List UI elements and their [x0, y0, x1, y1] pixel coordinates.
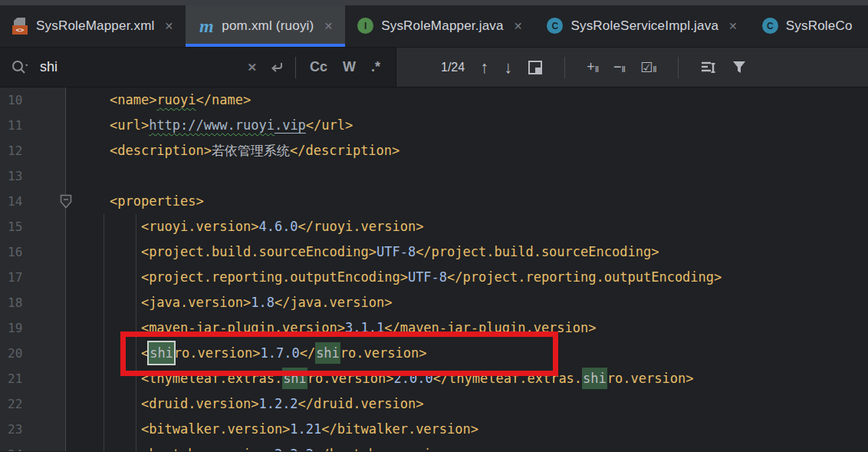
annotation-red-rectangle [120, 332, 558, 376]
filter-icon[interactable] [732, 61, 746, 74]
add-occurrence-icon[interactable]: +Ⅱ [587, 59, 598, 75]
code-line-12[interactable]: <description>若依管理系统</description> [67, 138, 868, 163]
tab-sysrolemapper-java[interactable]: I SysRoleMapper.java ✕ [345, 5, 534, 47]
line-number: 12 [8, 138, 46, 163]
remove-occurrence-icon[interactable]: −Ⅱ [613, 59, 625, 75]
code-segment: http://www.ruoyi [149, 117, 275, 133]
code-segment: <bitwalker.version> [141, 421, 290, 437]
code-line-17[interactable]: <project.reporting.outputEncoding>UTF-8<… [67, 265, 868, 290]
line-number: 16 [8, 239, 46, 265]
divider [295, 57, 296, 78]
code-segment: </kaptcha.version> [314, 447, 455, 451]
line-number: 21 [8, 366, 46, 391]
code-line-15[interactable]: <ruoyi.version>4.6.0</ruoyi.version> [67, 214, 868, 239]
line-number: 20 [8, 341, 46, 366]
code-segment: 1.21 [290, 421, 321, 437]
xml-file-icon: <> [12, 18, 29, 35]
close-tab-icon[interactable]: ✕ [514, 20, 523, 32]
tab-sysroleserviceimpl-java[interactable]: C SysRoleServiceImpl.java ✕ [534, 5, 749, 47]
search-icon [11, 59, 31, 76]
ide-window: <> SysRoleMapper.xml ✕ m pom.xml (ruoyi)… [0, 0, 868, 452]
line-number: 19 [8, 315, 46, 341]
code-segment: </druid.version> [298, 396, 424, 411]
code-segment: 1.2.2 [258, 396, 298, 411]
line-number: 10 [8, 87, 46, 113]
code-segment: 2.3.2 [275, 447, 314, 451]
search-input[interactable]: shi ✕ Cc W .* [0, 48, 396, 87]
code-segment: <java.version> [141, 295, 251, 310]
code-segment: 若依管理系统 [212, 143, 290, 158]
match-count: 1/24 [441, 61, 465, 74]
line-number: 13 [8, 163, 46, 189]
code-segment: 1.8 [251, 295, 275, 310]
close-tab-icon[interactable]: ✕ [165, 20, 174, 32]
code-line-18[interactable]: <java.version>1.8</java.version> [67, 290, 868, 315]
code-segment: UTF-8 [408, 269, 447, 285]
code-line-11[interactable]: <url>http://www.ruoyi.vip</url> [67, 113, 868, 138]
code-segment: </name> [196, 92, 252, 107]
code-segment: .vip [275, 117, 306, 133]
tab-sysrolemapper-xml[interactable]: <> SysRoleMapper.xml ✕ [0, 5, 186, 47]
code-segment: <druid.version> [141, 396, 259, 411]
code-line-14[interactable]: <properties> [67, 189, 868, 214]
code-segment: <properties> [110, 193, 204, 209]
next-match-icon[interactable]: ↓ [504, 58, 512, 78]
code-editor[interactable]: 101112131415161718192021222324 <name>ruo… [0, 87, 868, 451]
code-segment: <project.reporting.outputEncoding> [141, 269, 408, 285]
match-case-toggle[interactable]: Cc [310, 59, 327, 75]
search-options-icon[interactable] [700, 61, 717, 74]
line-number: 11 [8, 113, 46, 138]
java-interface-icon: I [357, 18, 374, 35]
code-line-13[interactable] [67, 163, 868, 189]
code-segment: <description> [110, 143, 212, 158]
code-segment: </description> [290, 143, 399, 158]
divider [678, 57, 679, 78]
previous-match-icon[interactable]: ↑ [480, 58, 488, 78]
code-segment: <ruoyi.version> [141, 219, 259, 234]
code-segment: ro.version> [607, 371, 694, 386]
code-segment: <url> [110, 117, 149, 133]
tab-pom-xml-ruoyi-[interactable]: m pom.xml (ruoyi) ✕ [186, 5, 345, 47]
search-controls: 1/24 ↑ ↓ +Ⅱ −Ⅱ ☑Ⅱ [396, 48, 868, 87]
code-line-22[interactable]: <druid.version>1.2.2</druid.version> [67, 391, 868, 417]
words-toggle[interactable]: W [343, 59, 356, 75]
regex-toggle[interactable]: .* [371, 59, 380, 75]
code-segment: </bitwalker.version> [321, 421, 478, 437]
clear-search-icon[interactable]: ✕ [247, 61, 257, 74]
close-tab-icon[interactable]: ✕ [728, 20, 738, 32]
tab-sysroleco[interactable]: C SysRoleCo [750, 5, 865, 47]
line-number: 17 [8, 265, 46, 290]
window-top-edge [0, 0, 868, 5]
editor-gutter: 101112131415161718192021222324 [0, 87, 66, 451]
line-number: 24 [8, 442, 46, 451]
code-area[interactable]: <name>ruoyi</name> <url>http://www.ruoyi… [67, 87, 868, 451]
newline-icon[interactable] [269, 61, 284, 74]
code-segment: <project.build.sourceEncoding> [141, 244, 376, 259]
search-query-text: shi [40, 59, 239, 75]
find-toolbar: shi ✕ Cc W .* 1/24 ↑ ↓ [0, 48, 868, 87]
code-line-23[interactable]: <bitwalker.version>1.21</bitwalker.versi… [67, 417, 868, 442]
line-number: 15 [8, 214, 46, 239]
code-segment: <name> [110, 92, 156, 107]
code-segment: </java.version> [275, 295, 393, 310]
code-segment: 4.6.0 [258, 219, 298, 234]
java-class-icon: C [547, 18, 564, 35]
maven-icon: m [198, 18, 215, 35]
code-segment: ruoyi [156, 92, 196, 107]
editor-tab-bar: <> SysRoleMapper.xml ✕ m pom.xml (ruoyi)… [0, 5, 868, 48]
code-segment: </ruoyi.version> [298, 219, 424, 234]
code-segment: </project.reporting.outputEncoding> [447, 269, 722, 285]
code-line-10[interactable]: <name>ruoyi</name> [67, 87, 868, 113]
code-line-24[interactable]: <kaptcha.version>2.3.2</kaptcha.version> [67, 442, 868, 451]
divider [564, 57, 565, 78]
code-segment: </project.build.sourceEncoding> [416, 244, 659, 259]
java-class-icon: C [762, 18, 779, 35]
code-line-16[interactable]: <project.build.sourceEncoding>UTF-8</pro… [67, 239, 868, 265]
close-tab-icon[interactable]: ✕ [324, 20, 333, 32]
select-all-occurrences-icon[interactable]: ☑Ⅱ [640, 59, 656, 76]
line-number: 18 [8, 290, 46, 315]
line-number: 22 [8, 391, 46, 417]
code-segment: UTF-8 [376, 244, 416, 259]
find-in-selection-icon[interactable] [528, 60, 543, 75]
search-match: shi [582, 368, 607, 389]
